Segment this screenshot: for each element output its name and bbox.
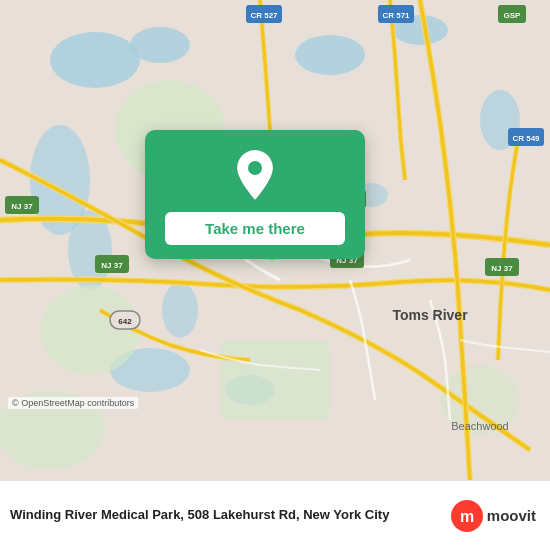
svg-point-2: [130, 27, 190, 63]
location-info: Winding River Medical Park, 508 Lakehurs…: [10, 507, 451, 524]
svg-text:NJ 37: NJ 37: [11, 202, 33, 211]
moovit-logo: m moovit: [451, 500, 536, 532]
osm-credit: © OpenStreetMap contributors: [8, 397, 138, 409]
bottom-bar: Winding River Medical Park, 508 Lakehurs…: [0, 480, 550, 550]
svg-text:NJ 37: NJ 37: [491, 264, 513, 273]
svg-text:CR 549: CR 549: [512, 134, 540, 143]
moovit-text: moovit: [487, 507, 536, 524]
svg-point-1: [50, 32, 140, 88]
svg-text:Beachwood: Beachwood: [451, 420, 509, 432]
moovit-logo-icon: m: [451, 500, 483, 532]
svg-text:642: 642: [118, 317, 132, 326]
svg-text:CR 527: CR 527: [250, 11, 278, 20]
svg-text:CR 571: CR 571: [382, 11, 410, 20]
svg-text:m: m: [460, 508, 474, 525]
location-name: Winding River Medical Park, 508 Lakehurs…: [10, 507, 451, 524]
svg-text:GSP: GSP: [504, 11, 522, 20]
svg-rect-14: [220, 340, 330, 420]
take-me-there-button[interactable]: Take me there: [165, 212, 345, 245]
svg-point-7: [162, 282, 198, 338]
map-pin-icon: [233, 148, 277, 202]
map-container: NJ 37 NJ 37 NJ 37 NJ 37 CR 527 CR 571 GS…: [0, 0, 550, 480]
svg-point-39: [248, 161, 262, 175]
location-card: Take me there: [145, 130, 365, 259]
svg-point-3: [295, 35, 365, 75]
svg-text:NJ 37: NJ 37: [101, 261, 123, 270]
svg-text:Toms River: Toms River: [392, 307, 468, 323]
svg-point-13: [40, 285, 140, 375]
